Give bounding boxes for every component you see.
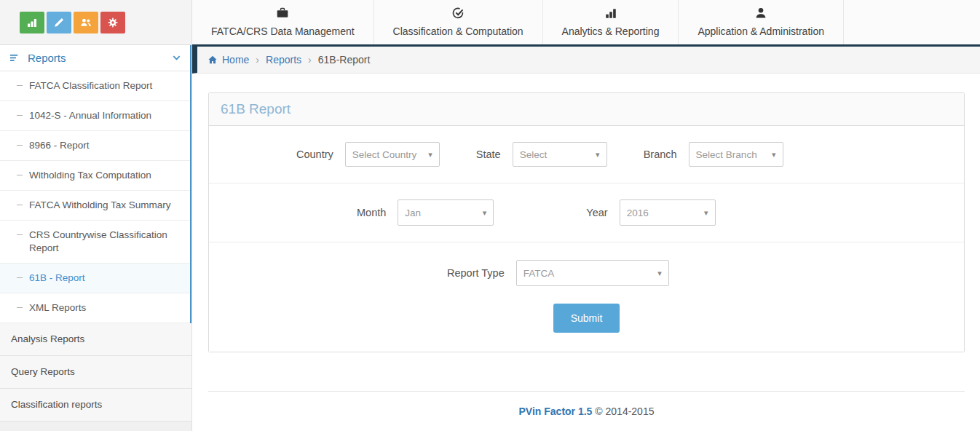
footer-brand-link[interactable]: PVin Factor 1.5: [519, 406, 593, 417]
nav-item-fatca-crs-data-management[interactable]: FATCA/CRS Data Management: [192, 0, 374, 44]
reports-header-label: Reports: [28, 51, 66, 65]
sidebar-section-analysis-reports[interactable]: Analysis Reports: [0, 323, 191, 356]
nav-item-analytics-reporting[interactable]: Analytics & Reporting: [543, 0, 679, 44]
panel-title: 61B Report: [209, 93, 964, 126]
sidebar-item-witholding-tax-computation[interactable]: Witholding Tax Computation: [0, 161, 190, 191]
state-select-value: Select: [520, 149, 548, 160]
dropdown-caret-icon: ▾: [657, 269, 662, 278]
sidebar-item-crs-countrywise-classification-report[interactable]: CRS Countrywise Classification Report: [0, 221, 190, 264]
nav-item-classification-computation[interactable]: Classification & Computation: [374, 0, 543, 44]
sidebar-item-fatca-classification-report[interactable]: FATCA Classification Report: [0, 71, 190, 101]
user-icon: [754, 7, 767, 20]
nav-item-label: Analytics & Reporting: [562, 25, 660, 37]
sidebar-item-label: XML Reports: [29, 301, 86, 315]
reports-menu-block: Reports FATCA Classification Report 1042…: [0, 45, 191, 323]
sidebar: Reports FATCA Classification Report 1042…: [0, 0, 191, 431]
nav-item-label: Application & Administration: [698, 25, 824, 37]
users-icon: [80, 17, 92, 28]
dash-bullet-icon: [17, 85, 23, 86]
dash-bullet-icon: [17, 234, 23, 235]
country-select[interactable]: Select Country ▾: [345, 142, 440, 167]
year-label: Year: [586, 207, 607, 218]
state-field-group: State Select ▾: [476, 142, 607, 167]
bar-chart-icon: [604, 7, 617, 20]
dash-bullet-icon: [17, 175, 23, 175]
quick-cogs-button[interactable]: [100, 12, 125, 33]
dropdown-caret-icon: ▾: [704, 208, 708, 218]
submit-button[interactable]: Submit: [553, 304, 620, 333]
month-select[interactable]: Jan ▾: [398, 199, 494, 226]
year-select-value: 2016: [627, 207, 649, 218]
branch-select-value: Select Branch: [696, 149, 757, 160]
form-row-report-type: Report Type FATCA ▾: [209, 242, 964, 293]
report-type-select-value: FATCA: [523, 268, 555, 279]
top-navigation: FATCA/CRS Data Management Classification…: [192, 0, 980, 47]
dash-bullet-icon: [17, 205, 23, 205]
dropdown-caret-icon: ▾: [483, 208, 487, 218]
report-type-label: Report Type: [447, 267, 505, 279]
nav-item-application-administration[interactable]: Application & Administration: [679, 0, 844, 44]
month-select-value: Jan: [405, 207, 421, 218]
quick-bar-chart-button[interactable]: [20, 12, 44, 33]
submit-row: Submit: [209, 293, 964, 352]
nav-item-label: FATCA/CRS Data Management: [211, 25, 355, 37]
sidebar-item-label: 61B - Report: [29, 272, 85, 285]
breadcrumb-home-label: Home: [222, 54, 249, 66]
branch-label: Branch: [644, 149, 677, 160]
year-field-group: Year 2016 ▾: [586, 199, 715, 226]
content-area: 61B Report Country Select Country ▾ Stat…: [192, 74, 980, 431]
country-field-group: Country Select Country ▾: [296, 142, 440, 167]
report-type-field-group: Report Type FATCA ▾: [447, 260, 669, 286]
quick-icons-bar: [0, 0, 191, 45]
sidebar-item-label: 8966 - Report: [29, 139, 90, 152]
sidebar-item-61b-report[interactable]: 61B - Report: [0, 264, 190, 293]
footer-copyright: © 2014-2015: [595, 406, 654, 417]
list-icon: [9, 52, 20, 63]
sidebar-item-8966-report[interactable]: 8966 - Report: [0, 131, 190, 161]
breadcrumb-separator: ›: [256, 54, 259, 66]
state-select[interactable]: Select ▾: [513, 142, 607, 167]
sidebar-filler: [0, 422, 191, 431]
dash-bullet-icon: [17, 115, 23, 116]
sidebar-section-query-reports[interactable]: Query Reports: [0, 356, 191, 389]
main-area: FATCA/CRS Data Management Classification…: [191, 0, 980, 431]
sidebar-item-label: Witholding Tax Computation: [29, 169, 151, 182]
month-field-group: Month Jan ▾: [357, 199, 494, 226]
quick-users-button[interactable]: [74, 12, 98, 33]
cogs-icon: [107, 17, 119, 28]
dropdown-caret-icon: ▾: [428, 150, 432, 159]
app-window: Reports FATCA Classification Report 1042…: [0, 0, 980, 431]
briefcase-icon: [276, 7, 289, 20]
sidebar-reports-header[interactable]: Reports: [0, 45, 190, 71]
breadcrumb-reports-link[interactable]: Reports: [266, 54, 301, 66]
branch-field-group: Branch Select Branch ▾: [644, 142, 783, 167]
sidebar-item-fatca-witholding-tax-summary[interactable]: FATCA Witholding Tax Summary: [0, 191, 190, 221]
branch-select[interactable]: Select Branch ▾: [689, 142, 783, 167]
quick-pencil-button[interactable]: [47, 12, 71, 33]
bar-chart-icon: [26, 17, 38, 28]
report-type-select[interactable]: FATCA ▾: [516, 260, 669, 286]
breadcrumb-home-link[interactable]: Home: [208, 54, 249, 66]
dash-bullet-icon: [17, 145, 23, 146]
country-select-value: Select Country: [352, 149, 417, 160]
country-label: Country: [296, 149, 333, 160]
check-circle-icon: [451, 7, 465, 20]
month-label: Month: [357, 207, 386, 218]
report-form: Country Select Country ▾ State Select ▾: [209, 126, 964, 352]
state-label: State: [476, 149, 501, 160]
chevron-down-icon: [172, 53, 181, 63]
form-row-location: Country Select Country ▾ State Select ▾: [209, 126, 964, 183]
dropdown-caret-icon: ▾: [596, 150, 600, 159]
dash-bullet-icon: [17, 307, 23, 308]
sidebar-item-1042s-annual-information[interactable]: 1042-S - Annual Information: [0, 101, 190, 131]
year-select[interactable]: 2016 ▾: [620, 199, 716, 226]
breadcrumb-current: 61B-Report: [318, 54, 371, 66]
sidebar-item-label: 1042-S - Annual Information: [29, 109, 151, 122]
page-footer: PVin Factor 1.5 © 2014-2015: [208, 391, 965, 431]
sidebar-item-label: FATCA Witholding Tax Summary: [29, 199, 171, 212]
form-row-period: Month Jan ▾ Year 2016 ▾: [209, 183, 964, 242]
dropdown-caret-icon: ▾: [772, 150, 776, 159]
sidebar-section-classification-reports[interactable]: Classification reports: [0, 389, 191, 422]
sidebar-item-xml-reports[interactable]: XML Reports: [0, 293, 190, 323]
breadcrumb-separator: ›: [308, 54, 312, 66]
